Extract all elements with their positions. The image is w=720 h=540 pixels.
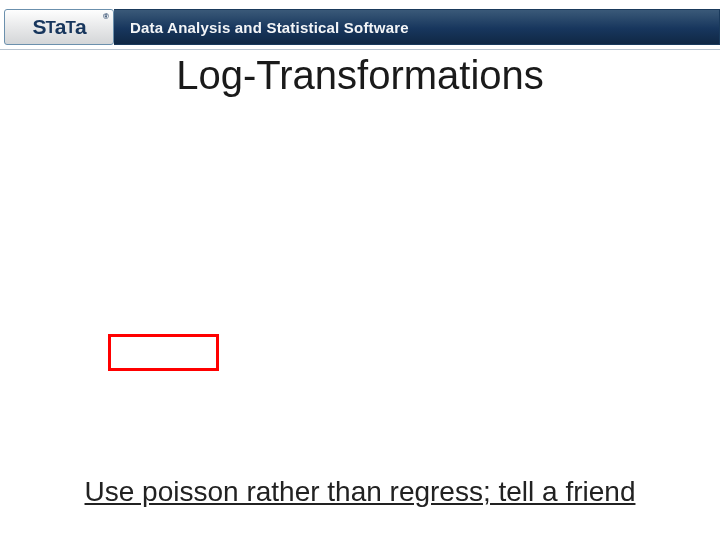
stata-logo: STaTa ® [4,9,114,45]
logo-wordmark: STaTa [32,15,85,39]
header-divider [0,46,720,50]
footer-statement: Use poisson rather than regress; tell a … [0,476,720,508]
registered-mark-icon: ® [103,12,109,21]
tagline-text: Data Analysis and Statistical Software [130,19,409,36]
header-band: STaTa ® Data Analysis and Statistical So… [0,9,720,45]
slide-container: STaTa ® Data Analysis and Statistical So… [0,0,720,540]
slide-title: Log-Transformations [0,53,720,98]
highlight-rectangle [108,334,219,371]
footer-link[interactable]: Use poisson rather than regress; tell a … [85,476,636,507]
header-tagline-strip: Data Analysis and Statistical Software [114,9,720,45]
